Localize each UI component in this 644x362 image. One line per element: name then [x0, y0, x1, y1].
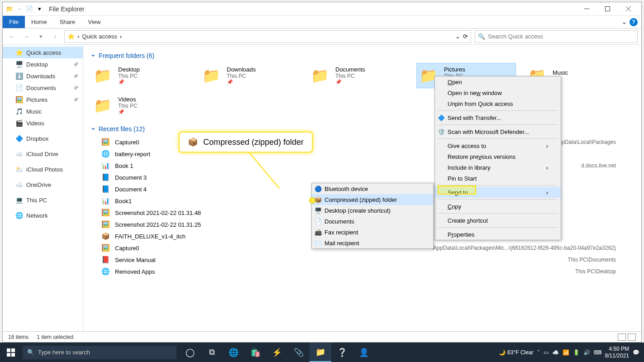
file-row[interactable]: 📕 Service Manual This PC\Documents — [91, 254, 634, 266]
folder-tile-documents[interactable]: 📁 Documents This PC 📌 — [308, 63, 407, 88]
folder-tile-videos[interactable]: 📁 Videos This PC 📌 — [91, 93, 190, 118]
qat-dropdown-icon[interactable]: ▾ — [35, 5, 43, 13]
taskbar-search[interactable]: 🔍 Type here to search — [23, 346, 177, 359]
file-icon: 🌐 — [100, 267, 110, 276]
refresh-icon[interactable]: ⟳ — [463, 33, 468, 40]
folder-icon: 📁 — [200, 67, 222, 85]
app-icon[interactable]: ⚡ — [266, 343, 288, 362]
help-icon[interactable]: ❔ — [331, 343, 353, 362]
menu-item-compressed-zipped-folder[interactable]: 📦Compressed (zipped) folder — [312, 194, 433, 205]
sidebar-item-dropbox[interactable]: 🔷Dropbox — [3, 133, 83, 144]
maximize-button[interactable] — [597, 2, 618, 16]
menu-item-bluetooth-device[interactable]: 🔵Bluetooth device — [312, 183, 433, 194]
status-selection: 1 item selected — [37, 334, 73, 340]
tab-share[interactable]: Share — [53, 16, 82, 28]
search-box[interactable]: 🔍 Search Quick access — [475, 30, 638, 43]
sidebar-item-music[interactable]: 🎵Music — [3, 105, 83, 117]
battery-icon[interactable]: 🔋 — [573, 349, 580, 356]
wifi-icon[interactable]: 📶 — [563, 349, 569, 356]
sidebar-label: This PC — [26, 197, 47, 204]
volume-icon[interactable]: 🔊 — [583, 349, 590, 356]
notifications-icon[interactable]: 💬 — [633, 349, 639, 356]
view-details-icon[interactable] — [618, 333, 626, 341]
close-button[interactable] — [618, 2, 639, 16]
menu-item-give-access-to[interactable]: Give access to› — [435, 140, 561, 151]
menu-item-copy[interactable]: Copy — [435, 201, 561, 212]
sidebar-item-pictures[interactable]: 🖼️Pictures — [3, 94, 83, 105]
menu-item-open[interactable]: Open — [435, 76, 561, 87]
office-icon[interactable]: 📎 — [288, 343, 310, 362]
sidebar-item-quick-access[interactable]: ⭐Quick access — [3, 47, 83, 58]
people-icon[interactable]: 👤 — [353, 343, 375, 362]
start-button[interactable] — [0, 343, 22, 362]
store-icon[interactable]: 🛍️ — [244, 343, 266, 362]
file-path: \AppData\Local\Packages\Mic...\{66182812… — [432, 245, 634, 251]
up-button[interactable]: ↑ — [50, 31, 61, 42]
menu-item-scan-with-microsoft-defender-[interactable]: 🛡️Scan with Microsoft Defender... — [435, 126, 561, 137]
address-dropdown-icon[interactable]: ⌄ — [455, 33, 460, 40]
sidebar-item-icloud-photos[interactable]: 🌥️iCloud Photos — [3, 163, 83, 175]
menu-item-fax-recipient[interactable]: 📠Fax recipient — [312, 227, 433, 238]
back-button[interactable]: ← — [6, 31, 17, 42]
menu-item-create-shortcut[interactable]: Create shortcut — [435, 215, 561, 226]
sidebar-item-desktop[interactable]: 🖥️Desktop — [3, 58, 83, 70]
menu-item-send-with-transfer-[interactable]: 🔷Send with Transfer... — [435, 112, 561, 123]
explorer-icon[interactable]: 📁 — [310, 343, 331, 362]
folder-tile-desktop[interactable]: 📁 Desktop This PC 📌 — [91, 63, 190, 88]
qat-newfolder-icon[interactable]: 📄 — [25, 5, 33, 13]
meet-icon[interactable]: ▭ — [544, 349, 549, 356]
folder-tile-downloads[interactable]: 📁 Downloads This PC 📌 — [199, 63, 299, 88]
qat-properties-icon[interactable]: ▫️ — [15, 5, 24, 13]
menu-item-properties[interactable]: Properties — [435, 229, 561, 240]
menu-item-pin-to-start[interactable]: Pin to Start — [435, 173, 561, 184]
menu-item-documents[interactable]: 📄Documents — [312, 216, 433, 227]
frequent-folders-header[interactable]: Frequent folders (6) — [91, 52, 634, 59]
edge-icon[interactable]: 🌐 — [223, 343, 244, 362]
sidebar-item-onedrive[interactable]: ☁️OneDrive — [3, 179, 83, 191]
file-tab[interactable]: File — [3, 16, 25, 28]
sidebar-item-downloads[interactable]: ⬇️Downloads — [3, 70, 83, 82]
menu-item-desktop-create-shortcut-[interactable]: 🖥️Desktop (create shortcut) — [312, 205, 433, 216]
help-icon[interactable]: ? — [630, 18, 638, 26]
tray-chevron-icon[interactable]: ˄ — [537, 349, 540, 356]
menu-item-unpin-from-quick-access[interactable]: Unpin from Quick access — [435, 98, 561, 109]
breadcrumb-segment[interactable]: Quick access — [82, 33, 117, 40]
file-row[interactable]: 🌐 Removed Apps This PC\Desktop — [91, 266, 634, 277]
file-path: \AppData\Local\Packages — [553, 139, 634, 145]
menu-item-open-in-new-window[interactable]: Open in new window — [435, 87, 561, 98]
menu-label: Send to — [448, 189, 468, 196]
sidebar-icon: ☁️ — [15, 181, 23, 188]
ribbon-chevron-icon[interactable]: ⌄ — [622, 19, 627, 25]
address-bar[interactable]: ⭐ › Quick access › ⌄ ⟳ — [64, 30, 471, 43]
weather-widget[interactable]: 🌙 63°F Clear — [499, 349, 534, 356]
language-icon[interactable]: ⌨ — [594, 349, 601, 356]
view-large-icon[interactable] — [628, 333, 636, 341]
task-view-icon[interactable]: ⧉ — [201, 343, 223, 362]
sidebar-item-this-pc[interactable]: 💻This PC — [3, 194, 83, 206]
cortana-icon[interactable]: ◯ — [179, 343, 201, 362]
breadcrumb-root-icon: ⭐ — [67, 33, 75, 40]
minimize-button[interactable] — [576, 2, 597, 16]
file-name: FAITH_DELUXE_v1-4_itch — [115, 233, 332, 240]
sidebar-label: Pictures — [26, 96, 48, 103]
sidebar-item-videos[interactable]: 🎬Videos — [3, 117, 83, 129]
taskbar: 🔍 Type here to search ◯ ⧉ 🌐 🛍️ ⚡ 📎 📁 ❔ 👤… — [0, 343, 644, 362]
sidebar-item-network[interactable]: 🌐Network — [3, 210, 83, 221]
clock[interactable]: 4:50 PM 8/11/2021 — [605, 346, 629, 359]
sidebar-label: Music — [26, 108, 42, 115]
sidebar-item-icloud-drive[interactable]: ☁️iCloud Drive — [3, 148, 83, 160]
menu-item-include-in-library[interactable]: Include in library› — [435, 162, 561, 173]
onedrive-tray-icon[interactable]: ☁️ — [552, 349, 559, 356]
menu-icon: 🔵 — [315, 185, 322, 192]
context-menu-sendto: 🔵Bluetooth device📦Compressed (zipped) fo… — [311, 183, 434, 249]
menu-item-restore-previous-versions[interactable]: Restore previous versions — [435, 151, 561, 162]
menu-item-send-to[interactable]: Send to› — [435, 187, 561, 198]
tab-home[interactable]: Home — [25, 16, 53, 28]
sidebar-icon: 🎵 — [15, 108, 23, 115]
recent-dropdown-icon[interactable]: ▾ — [35, 31, 46, 42]
menu-item-mail-recipient[interactable]: ✉️Mail recipient — [312, 238, 433, 248]
forward-button[interactable]: → — [21, 31, 32, 42]
sidebar-item-documents[interactable]: 📄Documents — [3, 82, 83, 94]
sidebar-icon: 🖥️ — [15, 61, 23, 68]
tab-view[interactable]: View — [81, 16, 107, 28]
